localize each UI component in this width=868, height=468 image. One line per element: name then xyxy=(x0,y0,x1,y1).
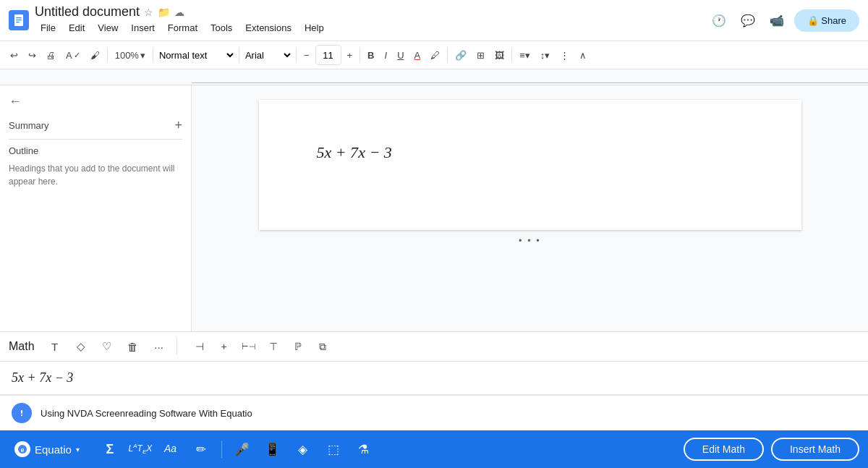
ruler-inner: // Inline tick marks via JS after render xyxy=(192,69,868,85)
italic-button[interactable]: I xyxy=(380,44,392,66)
zoom-button[interactable]: 100% ▾ xyxy=(111,44,150,66)
copy-formula-button[interactable]: ⧉ xyxy=(312,336,333,357)
shape-icon: ◇ xyxy=(77,340,85,353)
cursor-icon: T xyxy=(51,341,58,353)
eq-separator-1 xyxy=(221,441,222,458)
sidebar-back-button[interactable]: ← xyxy=(9,94,182,109)
math-shape-button[interactable]: ◇ xyxy=(69,335,93,358)
separator-1 xyxy=(107,48,108,62)
chemistry-tool-button[interactable]: ⚗ xyxy=(351,436,377,462)
text-color-button[interactable]: A xyxy=(410,44,425,66)
table-button[interactable]: ⊞ xyxy=(472,44,489,66)
star-icon[interactable]: ☆ xyxy=(144,7,153,18)
style-select[interactable]: Normal text Heading 1 Heading 2 xyxy=(156,49,236,61)
align-button[interactable]: ≡▾ xyxy=(515,44,535,66)
spellcheck-button[interactable]: A✓ xyxy=(61,44,85,66)
align-left-button[interactable]: ⊣ xyxy=(189,336,210,357)
underline-button[interactable]: U xyxy=(393,44,408,66)
summary-label: Summary xyxy=(9,120,49,131)
sigma-tool-button[interactable]: Σ xyxy=(97,436,123,462)
link-button[interactable]: 🔗 xyxy=(451,44,471,66)
svg-rect-3 xyxy=(16,22,20,22)
draw-tool-button[interactable]: ✏ xyxy=(188,436,214,462)
comment-button[interactable]: 💬 xyxy=(736,9,760,32)
redo-button[interactable]: ↪ xyxy=(24,44,41,66)
sigma-icon: Σ xyxy=(106,442,114,457)
align-center-button[interactable]: ⊢⊣ xyxy=(238,336,260,357)
heart-icon: ♡ xyxy=(102,340,111,353)
more-toolbar-button[interactable]: ⋮ xyxy=(556,44,574,66)
doc-title[interactable]: Untitled document xyxy=(35,4,140,20)
collapse-toolbar-button[interactable]: ∧ xyxy=(575,44,591,66)
3d-tool-button[interactable]: ◈ xyxy=(290,436,316,462)
add-col-button[interactable]: ⊤ xyxy=(263,336,284,357)
menu-help[interactable]: Help xyxy=(299,20,330,36)
math-cursor-button[interactable]: T xyxy=(43,335,67,358)
separator-7 xyxy=(511,48,512,62)
separator-4 xyxy=(296,48,297,62)
math-favorite-button[interactable]: ♡ xyxy=(95,335,119,358)
chemistry-icon: ⚗ xyxy=(358,442,369,457)
top-bar: Untitled document ☆ 📁 ☁ File Edit View I… xyxy=(0,0,868,41)
bold-button[interactable]: B xyxy=(363,44,378,66)
summary-add-button[interactable]: + xyxy=(174,118,182,133)
handwriting-tool-button[interactable]: Aa xyxy=(158,436,184,462)
mobile-tool-button[interactable]: 📱 xyxy=(260,436,286,462)
menu-format[interactable]: Format xyxy=(162,20,203,36)
collapse-handle[interactable]: • • • xyxy=(516,233,545,247)
paint-format-button[interactable]: 🖌 xyxy=(86,44,104,66)
edit-formula-button[interactable]: ℙ xyxy=(287,336,309,357)
doc-page[interactable]: 5x + 7x − 3 xyxy=(259,100,801,230)
app-icon xyxy=(9,10,29,30)
math-more-button[interactable]: ··· xyxy=(148,335,171,358)
ruler: // Inline tick marks via JS after render xyxy=(0,69,868,85)
folder-icon[interactable]: 📁 xyxy=(158,7,170,18)
math-delete-button[interactable]: 🗑 xyxy=(122,335,145,358)
top-actions: 🕐 💬 📹 🔒 Share xyxy=(707,9,859,32)
separator-5 xyxy=(359,48,360,62)
menu-file[interactable]: File xyxy=(35,20,61,36)
font-size-input[interactable] xyxy=(315,45,341,65)
highlight-button[interactable]: 🖊 xyxy=(426,44,444,66)
latex-icon: LATEX xyxy=(129,443,153,455)
mobile-icon: 📱 xyxy=(265,442,280,457)
print-button[interactable]: 🖨 xyxy=(42,44,60,66)
collapse-dots-icon: • • • xyxy=(519,235,541,246)
video-button[interactable]: 📹 xyxy=(765,9,788,32)
share-button[interactable]: 🔒 Share xyxy=(794,9,859,32)
menu-bar: File Edit View Insert Format Tools Exten… xyxy=(35,20,702,36)
line-spacing-button[interactable]: ↕▾ xyxy=(536,44,555,66)
math-expression-area: 5x + 7x − 3 xyxy=(0,362,868,395)
svg-text:e: e xyxy=(20,446,24,454)
svg-text:Aa: Aa xyxy=(163,443,176,454)
separator-2 xyxy=(153,48,153,62)
menu-edit[interactable]: Edit xyxy=(63,20,90,36)
add-row-button[interactable]: + xyxy=(213,336,235,357)
undo-button[interactable]: ↩ xyxy=(6,44,22,66)
outline-hint: Headings that you add to the document wi… xyxy=(9,162,182,188)
font-select[interactable]: Arial Times New Roman Courier New xyxy=(242,49,293,61)
menu-view[interactable]: View xyxy=(92,20,124,36)
svg-rect-1 xyxy=(16,17,22,18)
latex-tool-button[interactable]: LATEX xyxy=(127,436,153,462)
separator-6 xyxy=(447,48,448,62)
font-size-increase[interactable]: + xyxy=(343,44,357,66)
notification-text: Using NVDA Screenreading Software With E… xyxy=(41,408,856,419)
menu-extensions[interactable]: Extensions xyxy=(239,20,297,36)
insert-math-button[interactable]: Insert Math xyxy=(771,438,859,461)
math-align-buttons: ⊣ + ⊢⊣ ⊤ ℙ ⧉ xyxy=(189,336,333,357)
zoom-value: 100% xyxy=(115,50,139,61)
speech-tool-button[interactable]: 🎤 xyxy=(229,436,255,462)
menu-tools[interactable]: Tools xyxy=(205,20,238,36)
font-size-decrease[interactable]: − xyxy=(299,44,314,66)
history-button[interactable]: 🕐 xyxy=(707,9,731,32)
equatio-logo-icon: e xyxy=(14,441,30,457)
edit-math-button[interactable]: Edit Math xyxy=(684,438,764,461)
equatio-logo[interactable]: e Equatio ▾ xyxy=(9,438,85,460)
math-label: Math xyxy=(9,340,35,353)
doc-area[interactable]: 5x + 7x − 3 • • • xyxy=(192,85,868,331)
select-tool-button[interactable]: ⬚ xyxy=(320,436,346,462)
sidebar: ← Summary + Outline Headings that you ad… xyxy=(0,85,192,331)
menu-insert[interactable]: Insert xyxy=(125,20,161,36)
image-button[interactable]: 🖼 xyxy=(490,44,509,66)
